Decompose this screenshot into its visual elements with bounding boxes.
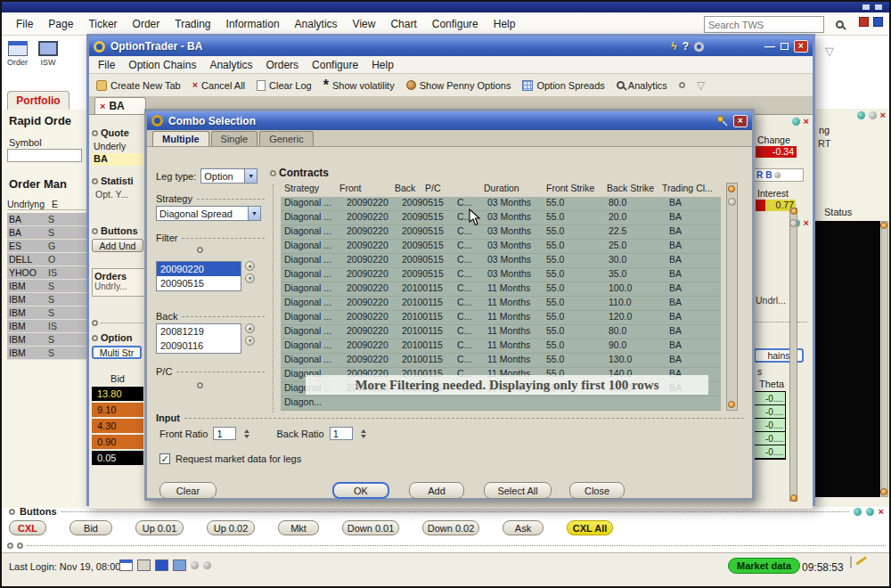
- create-new-tab-button[interactable]: Create New Tab: [96, 80, 181, 91]
- statistics-item[interactable]: Opt. Y...: [95, 189, 147, 200]
- change-value-cell[interactable]: -0.34: [756, 146, 797, 158]
- order-row[interactable]: DELL O: [7, 253, 86, 266]
- search-input[interactable]: [704, 16, 824, 33]
- order-row[interactable]: BA S: [7, 213, 86, 226]
- section-toggle-icon[interactable]: [92, 335, 98, 341]
- contracts-row[interactable]: Diagonal ... 20090220 20100115 C... 11 M…: [281, 282, 721, 297]
- contracts-column-header[interactable]: Duration: [480, 183, 543, 197]
- show-volatility-button[interactable]: *Show volatility: [323, 80, 395, 91]
- scroll-up-icon[interactable]: [880, 222, 887, 229]
- add-button[interactable]: Add: [409, 482, 464, 499]
- contracts-row[interactable]: Diagonal ... 20090220 20100115 C... 11 M…: [281, 311, 721, 325]
- order-row[interactable]: IBM S: [7, 293, 86, 306]
- bid-price-cell[interactable]: 13.80: [92, 387, 143, 401]
- symbol-input[interactable]: [7, 149, 82, 162]
- list-item[interactable]: 20090515: [157, 276, 241, 290]
- close-tab-icon[interactable]: ×: [100, 102, 105, 111]
- dialog-titlebar[interactable]: Combo Selection ×: [147, 111, 752, 130]
- tool-icon[interactable]: [203, 561, 211, 569]
- contracts-row[interactable]: Diagonal ... 20090220 20090515 C... 03 M…: [281, 225, 721, 240]
- section-toggle-icon[interactable]: [7, 543, 13, 549]
- back-ratio-input[interactable]: 1: [330, 427, 353, 440]
- calendar-icon[interactable]: [119, 559, 133, 571]
- menu-item[interactable]: Information: [226, 18, 280, 30]
- chart-icon[interactable]: [155, 559, 168, 571]
- graph-icon[interactable]: [173, 559, 186, 571]
- quote-section-header[interactable]: Quote: [92, 127, 147, 138]
- menu-item[interactable]: File: [16, 18, 33, 30]
- underlying-symbol[interactable]: BA: [92, 153, 147, 166]
- menu-item[interactable]: Page: [48, 18, 73, 30]
- section-toggle-icon[interactable]: [270, 170, 276, 176]
- mini-button-r[interactable]: R: [756, 170, 763, 180]
- option-spreads-button[interactable]: Option Spreads: [522, 80, 604, 91]
- order-row[interactable]: IBM S: [7, 306, 86, 320]
- spinner-up-icon[interactable]: ▲: [245, 261, 255, 271]
- menu-item[interactable]: Analytics: [209, 59, 252, 71]
- filter-toggle-icon[interactable]: [197, 247, 203, 253]
- tab-ba[interactable]: × BA: [94, 97, 146, 114]
- settings-icon[interactable]: [869, 111, 877, 119]
- menu-item[interactable]: Ticker: [88, 18, 117, 30]
- up-002-button[interactable]: Up 0.02: [207, 520, 255, 535]
- add-underlying-button[interactable]: Add Und: [92, 239, 143, 252]
- contracts-column-header[interactable]: Back: [391, 183, 421, 197]
- spinner-up-icon[interactable]: ▲: [245, 323, 255, 333]
- contracts-column-header[interactable]: Back Strike: [603, 183, 658, 197]
- tool-icon[interactable]: [191, 561, 199, 569]
- order-row[interactable]: BA S: [7, 226, 86, 240]
- scroll-down-icon[interactable]: [728, 401, 735, 408]
- lightning-icon[interactable]: ϟ: [671, 40, 676, 53]
- contracts-row[interactable]: Diagonal ... 20090220 20090515 C... 03 M…: [281, 197, 721, 211]
- notes-icon[interactable]: [850, 556, 852, 568]
- back-ratio-spinner[interactable]: [361, 429, 366, 438]
- list-item[interactable]: 20090116: [157, 339, 241, 353]
- scrollbar[interactable]: [789, 208, 797, 502]
- back-expiry-list[interactable]: 20081219 20090116: [156, 323, 241, 354]
- select-all-button[interactable]: Select All: [484, 482, 552, 499]
- dropdown-arrow-icon[interactable]: ▼: [248, 207, 260, 220]
- scroll-up-icon[interactable]: [790, 208, 797, 215]
- column-header-exchange[interactable]: E: [52, 199, 58, 209]
- orders-column-fragment[interactable]: Undrly...: [94, 282, 144, 291]
- section-toggle-icon[interactable]: [9, 509, 15, 515]
- list-item[interactable]: 20081219: [157, 324, 241, 339]
- menu-item[interactable]: Help: [494, 18, 516, 30]
- menu-item[interactable]: Chart: [390, 18, 416, 30]
- mkt-button[interactable]: Mkt: [278, 520, 319, 535]
- tab-portfolio[interactable]: Portfolio: [7, 91, 69, 110]
- front-ratio-spinner[interactable]: [244, 429, 249, 438]
- menu-item[interactable]: Order: [133, 18, 160, 30]
- contracts-row[interactable]: Diagonal ... 20090220 20100115 C... 11 M…: [281, 354, 721, 368]
- cancel-all-button[interactable]: ×Cancel All: [192, 80, 245, 91]
- front-ratio-input[interactable]: 1: [213, 427, 236, 440]
- order-row[interactable]: IBM S: [7, 280, 86, 293]
- contracts-row[interactable]: Diagonal ... 20090220 20090515 C... 03 M…: [281, 254, 721, 268]
- menu-item[interactable]: Help: [372, 59, 394, 71]
- pc-toggle-icon[interactable]: [197, 382, 203, 388]
- scroll-handle[interactable]: [728, 198, 736, 206]
- contracts-column-header[interactable]: Front: [336, 183, 391, 197]
- market-data-checkbox-row[interactable]: ✓ Request market data for legs: [159, 453, 301, 464]
- main-titlebar[interactable]: [2, 2, 889, 12]
- scroll-handle[interactable]: [789, 219, 797, 227]
- menu-item[interactable]: Option Chains: [128, 59, 196, 71]
- bid-price-cell[interactable]: 4.30: [92, 419, 143, 433]
- clear-log-button[interactable]: Clear Log: [257, 80, 312, 91]
- section-toggle-icon[interactable]: [92, 130, 98, 136]
- theta-column-header[interactable]: Theta: [754, 379, 789, 389]
- section-toggle-icon[interactable]: [17, 543, 23, 549]
- order-row[interactable]: ES G: [7, 240, 86, 253]
- order-row[interactable]: IBM IS: [7, 320, 86, 333]
- bid-price-cell[interactable]: 0.90: [92, 435, 143, 449]
- mini-button-icon[interactable]: [774, 172, 781, 178]
- buttons-section-header[interactable]: Buttons: [92, 225, 147, 236]
- gear-icon[interactable]: [694, 42, 704, 52]
- contracts-column-header[interactable]: Front Strike: [543, 183, 603, 197]
- checkbox-checked-icon[interactable]: ✓: [159, 453, 170, 464]
- close-icon[interactable]: ×: [804, 117, 809, 127]
- contracts-row[interactable]: Diagonal ... 20090220 20100115 C... 11 M…: [281, 339, 721, 354]
- status-column-header[interactable]: Status: [824, 207, 852, 217]
- theta-value-cell[interactable]: -0....: [755, 445, 785, 458]
- close-icon[interactable]: ×: [804, 218, 809, 228]
